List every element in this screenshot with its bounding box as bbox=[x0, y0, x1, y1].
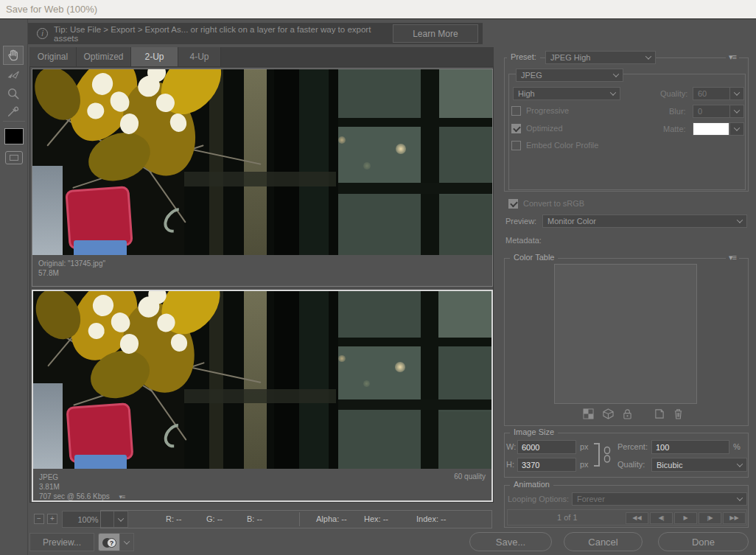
width-unit: px bbox=[580, 442, 589, 451]
optimized-filesize: 3.81M bbox=[39, 482, 486, 492]
tab-original[interactable]: Original bbox=[29, 47, 77, 66]
g-label: G: bbox=[206, 514, 215, 523]
optimized-preview-pane[interactable]: JPEG 3.81M 707 sec @ 56.6 Kbps ▾≡ 60 qua… bbox=[32, 290, 493, 502]
last-frame-button[interactable]: ▶▶ bbox=[723, 512, 746, 524]
photo-beam bbox=[184, 172, 336, 186]
eyedropper-tool-button[interactable] bbox=[3, 102, 24, 121]
compression-quality-select[interactable]: High bbox=[513, 87, 620, 100]
looping-options-value: Forever bbox=[577, 495, 733, 503]
image-size-title: Image Size bbox=[510, 427, 558, 436]
chevron-down-icon bbox=[734, 89, 740, 95]
frame-counter: 1 of 1 bbox=[557, 513, 578, 522]
zoom-in-button[interactable]: + bbox=[47, 514, 57, 524]
looping-options-label: Looping Options: bbox=[508, 495, 569, 503]
magnifier-icon bbox=[7, 87, 20, 100]
height-input[interactable] bbox=[517, 458, 576, 472]
preset-menu-icon[interactable]: ▾≡ bbox=[726, 52, 739, 62]
done-button[interactable]: Done bbox=[658, 532, 749, 551]
photo-pole bbox=[274, 69, 299, 255]
optimized-pane-info: JPEG 3.81M 707 sec @ 56.6 Kbps ▾≡ 60 qua… bbox=[33, 469, 491, 500]
toggle-slices-visibility-button[interactable] bbox=[5, 151, 23, 164]
height-label: H: bbox=[506, 460, 514, 469]
photo-light-dot bbox=[338, 136, 346, 144]
photo-window-pane bbox=[336, 346, 421, 399]
toolbar-divider bbox=[3, 121, 25, 122]
link-bracket bbox=[594, 443, 600, 467]
hand-tool-button[interactable] bbox=[3, 46, 24, 65]
preset-select[interactable]: JPEG High bbox=[545, 51, 656, 64]
chevron-down-icon bbox=[613, 71, 619, 77]
preset-value: JPEG High bbox=[550, 53, 642, 62]
index-value: -- bbox=[441, 514, 446, 523]
progressive-checkbox[interactable] bbox=[511, 106, 521, 116]
percent-input[interactable] bbox=[651, 440, 729, 454]
optimized-quality-readout: 60 quality bbox=[454, 472, 486, 481]
embed-color-profile-checkbox[interactable] bbox=[511, 141, 521, 150]
tab-4up[interactable]: 4-Up bbox=[178, 47, 221, 66]
save-button[interactable]: Save... bbox=[469, 532, 552, 551]
new-color-icon[interactable] bbox=[654, 408, 665, 419]
matte-color-swatch[interactable] bbox=[693, 122, 729, 136]
width-label: W: bbox=[506, 442, 516, 451]
readout-divider bbox=[299, 512, 300, 526]
select-browser-button[interactable]: ? bbox=[98, 533, 120, 551]
photo-mullion bbox=[329, 69, 337, 255]
photo-column bbox=[209, 291, 223, 469]
height-unit: px bbox=[580, 460, 589, 469]
compression-value: High bbox=[518, 89, 606, 98]
preview-in-browser-button[interactable]: Preview... bbox=[29, 533, 94, 551]
color-table-swatches[interactable] bbox=[554, 264, 697, 404]
format-select[interactable]: JPEG bbox=[516, 69, 623, 82]
original-preview-pane[interactable]: Original: "13745.jpg" 57.8M bbox=[32, 69, 493, 287]
slice-select-icon bbox=[6, 68, 21, 81]
animation-playback-bar: 1 of 1 ◀◀ ◀| ▶ |▶ ▶▶ bbox=[507, 509, 747, 526]
tab-2up[interactable]: 2-Up bbox=[131, 47, 178, 66]
info-icon: i bbox=[37, 28, 48, 39]
chevron-down-icon bbox=[737, 461, 743, 467]
zoom-tool-button[interactable] bbox=[3, 84, 24, 103]
alpha-label: Alpha: bbox=[316, 514, 339, 523]
photo-mullion bbox=[336, 338, 491, 346]
title-bar[interactable]: Save for Web (100%) bbox=[0, 0, 756, 19]
delete-color-icon[interactable] bbox=[673, 408, 683, 419]
tool-palette bbox=[0, 19, 28, 555]
optimized-preview-image[interactable] bbox=[33, 291, 491, 469]
tip-text: Tip: Use File > Export > Export As... or… bbox=[54, 25, 393, 43]
photo-blue-sign bbox=[74, 455, 127, 469]
next-frame-button[interactable]: |▶ bbox=[699, 512, 721, 524]
original-filesize: 57.8M bbox=[38, 268, 486, 278]
eyedropper-color-swatch[interactable] bbox=[4, 128, 24, 144]
lock-color-icon[interactable] bbox=[623, 408, 632, 419]
tab-optimized[interactable]: Optimized bbox=[77, 47, 131, 66]
chevron-down-icon bbox=[610, 89, 616, 95]
resample-quality-select[interactable]: Bicubic bbox=[651, 458, 747, 472]
quality-stepper[interactable]: 60 bbox=[693, 87, 744, 100]
r-label: R: bbox=[166, 514, 174, 523]
convert-to-srgb-label: Convert to sRGB bbox=[523, 199, 584, 208]
link-dimensions-icon[interactable] bbox=[603, 446, 611, 467]
slice-select-tool-button[interactable] bbox=[3, 65, 24, 84]
learn-more-button[interactable]: Learn More bbox=[393, 24, 478, 43]
looping-options-select[interactable]: Forever bbox=[572, 492, 747, 506]
cancel-button[interactable]: Cancel bbox=[564, 532, 643, 551]
original-preview-image[interactable] bbox=[32, 69, 492, 255]
blur-stepper[interactable]: 0 bbox=[693, 105, 744, 118]
play-button[interactable]: ▶ bbox=[674, 512, 697, 524]
optimized-checkbox[interactable] bbox=[511, 124, 521, 133]
matte-dropdown[interactable] bbox=[729, 122, 744, 136]
convert-to-srgb-checkbox[interactable] bbox=[508, 199, 518, 209]
width-input[interactable] bbox=[517, 440, 576, 454]
select-browser-dropdown[interactable] bbox=[120, 533, 134, 551]
photo-beam bbox=[184, 389, 335, 403]
view-tabs: Original Optimized 2-Up 4-Up bbox=[29, 47, 494, 66]
metadata-label: Metadata: bbox=[505, 236, 542, 245]
download-speed-menu-icon[interactable]: ▾≡ bbox=[119, 493, 125, 500]
window-title: Save for Web (100%) bbox=[6, 4, 97, 15]
preview-color-select[interactable]: Monitor Color bbox=[542, 214, 747, 228]
color-table-menu-icon[interactable]: ▾≡ bbox=[726, 253, 739, 262]
first-frame-button[interactable]: ◀◀ bbox=[626, 512, 648, 524]
web-shift-icon[interactable] bbox=[603, 408, 614, 419]
map-transparency-icon[interactable] bbox=[583, 408, 594, 419]
zoom-out-button[interactable]: − bbox=[34, 514, 44, 524]
previous-frame-button[interactable]: ◀| bbox=[650, 512, 673, 524]
